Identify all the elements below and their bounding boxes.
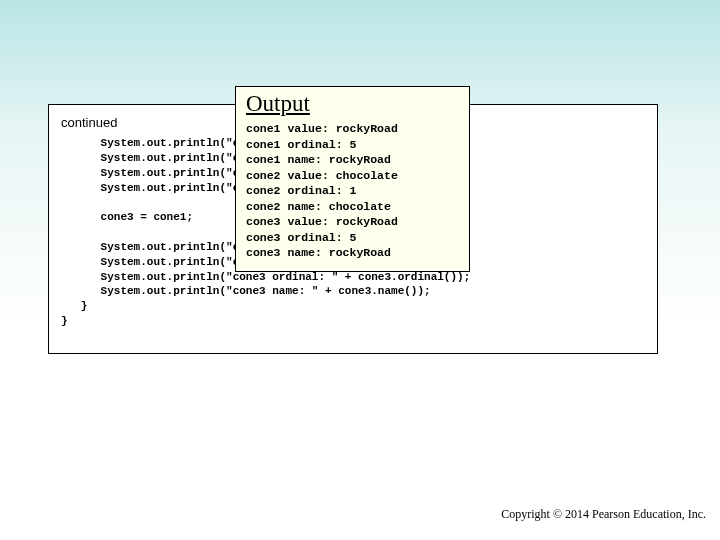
copyright-text: Copyright © 2014 Pearson Education, Inc.: [501, 507, 706, 522]
output-title: Output: [246, 91, 459, 117]
output-box: Output cone1 value: rockyRoad cone1 ordi…: [235, 86, 470, 272]
output-content: cone1 value: rockyRoad cone1 ordinal: 5 …: [246, 121, 459, 261]
